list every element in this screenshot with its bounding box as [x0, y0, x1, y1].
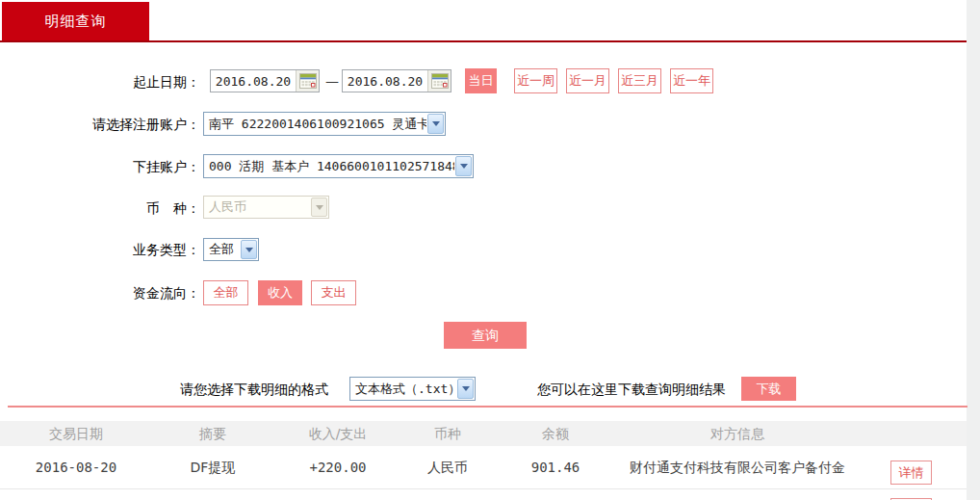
date-to-field[interactable]	[342, 69, 451, 92]
registered-account-label: 请选择注册账户：	[0, 117, 200, 134]
column-header-currency: 币种	[402, 421, 493, 446]
quick-range-today-button[interactable]: 当日	[465, 68, 497, 93]
fund-direction-label: 资金流向：	[0, 285, 200, 303]
currency-value: 人民币	[204, 198, 310, 216]
chevron-down-icon	[311, 197, 327, 217]
cell-transaction-date: 2016-08-20	[0, 446, 152, 489]
business-type-label: 业务类型：	[0, 242, 200, 259]
registered-account-value: 南平 6222001406100921065 灵通卡	[204, 116, 426, 133]
table-row: 2016-08-20 DF提现 +220.00 人民币 901.46 财付通支付…	[0, 446, 967, 489]
quick-range-month-button[interactable]: 近一月	[566, 68, 609, 93]
query-button[interactable]: 查询	[444, 322, 527, 349]
registered-account-select[interactable]: 南平 6222001406100921065 灵通卡	[203, 112, 446, 136]
download-format-select[interactable]: 文本格式（.txt）	[349, 377, 476, 401]
tab-underline	[0, 40, 967, 42]
cell-summary: DF提现	[152, 446, 273, 489]
sub-account-value: 000 活期 基本户 1406600101102571848	[204, 158, 454, 175]
download-hint-text: 您可以在这里下载查询明细结果	[537, 382, 726, 399]
download-format-value: 文本格式（.txt）	[350, 381, 456, 398]
detail-button[interactable]: 详情	[890, 461, 932, 485]
date-range-label: 起止日期：	[0, 74, 200, 92]
sub-account-label: 下挂账户：	[0, 159, 200, 176]
download-button[interactable]: 下载	[741, 377, 796, 401]
column-header-summary: 摘要	[152, 421, 273, 446]
direction-expense-button[interactable]: 支出	[311, 280, 356, 305]
date-from-field[interactable]	[210, 69, 320, 92]
chevron-down-icon[interactable]	[457, 379, 474, 399]
calendar-icon[interactable]	[296, 70, 319, 92]
table-header-row: 交易日期 摘要 收入/支出 币种 余额 对方信息	[0, 421, 967, 446]
page-background-strip	[967, 0, 980, 500]
quick-range-week-button[interactable]: 近一周	[514, 68, 557, 93]
section-divider	[8, 406, 967, 408]
date-to-input[interactable]	[343, 74, 427, 89]
chevron-down-icon[interactable]	[427, 114, 444, 134]
date-range-separator: —	[325, 73, 339, 89]
date-from-input[interactable]	[211, 74, 296, 89]
column-header-amount: 收入/支出	[273, 421, 402, 446]
cell-amount: +220.00	[273, 446, 402, 489]
chevron-down-icon[interactable]	[241, 240, 257, 259]
detail-query-page: 明细查询 起止日期： —	[0, 0, 980, 500]
column-header-counterparty: 对方信息	[618, 421, 857, 446]
quick-range-quarter-button[interactable]: 近三月	[618, 68, 661, 93]
currency-label: 币 种：	[0, 200, 200, 218]
business-type-value: 全部	[204, 241, 240, 258]
cell-balance: 901.46	[493, 446, 618, 489]
direction-income-button[interactable]: 收入	[258, 280, 302, 305]
chevron-down-icon[interactable]	[455, 156, 472, 176]
quick-range-year-button[interactable]: 近一年	[670, 68, 713, 93]
cell-counterparty: 财付通支付科技有限公司客户备付金	[618, 446, 857, 489]
tab-detail-query[interactable]: 明细查询	[2, 2, 149, 40]
calendar-icon[interactable]	[427, 70, 451, 92]
cell-currency: 人民币	[402, 446, 493, 489]
currency-select: 人民币	[203, 196, 329, 219]
column-header-date: 交易日期	[0, 421, 152, 446]
download-format-label: 请您选择下载明细的格式	[180, 382, 328, 399]
column-header-balance: 余额	[493, 421, 618, 446]
sub-account-select[interactable]: 000 活期 基本户 1406600101102571848	[203, 154, 474, 178]
direction-all-button[interactable]: 全部	[203, 280, 248, 305]
business-type-select[interactable]: 全部	[203, 238, 259, 261]
